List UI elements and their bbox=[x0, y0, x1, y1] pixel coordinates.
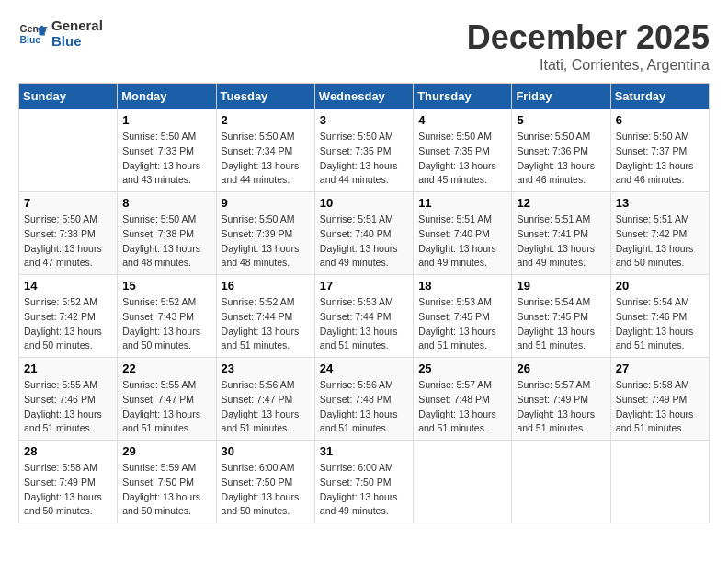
header-saturday: Saturday bbox=[610, 84, 709, 109]
day-info: Sunrise: 6:00 AMSunset: 7:50 PMDaylight:… bbox=[222, 461, 310, 519]
day-info: Sunrise: 5:58 AMSunset: 7:49 PMDaylight:… bbox=[24, 461, 112, 519]
calendar-week-2: 7Sunrise: 5:50 AMSunset: 7:38 PMDaylight… bbox=[19, 192, 710, 275]
calendar-cell: 1Sunrise: 5:50 AMSunset: 7:33 PMDaylight… bbox=[118, 109, 216, 192]
calendar-cell bbox=[610, 441, 709, 523]
day-info: Sunrise: 5:52 AMSunset: 7:42 PMDaylight:… bbox=[24, 295, 112, 353]
calendar-cell: 16Sunrise: 5:52 AMSunset: 7:44 PMDayligh… bbox=[216, 275, 314, 358]
day-info: Sunrise: 5:50 AMSunset: 7:34 PMDaylight:… bbox=[222, 130, 310, 188]
calendar-table: SundayMondayTuesdayWednesdayThursdayFrid… bbox=[18, 83, 710, 523]
calendar-week-3: 14Sunrise: 5:52 AMSunset: 7:42 PMDayligh… bbox=[19, 275, 710, 358]
day-number: 30 bbox=[222, 444, 310, 458]
day-number: 1 bbox=[122, 113, 210, 127]
calendar-cell: 28Sunrise: 5:58 AMSunset: 7:49 PMDayligh… bbox=[19, 441, 118, 523]
calendar-cell: 10Sunrise: 5:51 AMSunset: 7:40 PMDayligh… bbox=[314, 192, 413, 275]
calendar-week-4: 21Sunrise: 5:55 AMSunset: 7:46 PMDayligh… bbox=[19, 358, 710, 441]
calendar-cell: 17Sunrise: 5:53 AMSunset: 7:44 PMDayligh… bbox=[314, 275, 413, 358]
day-number: 16 bbox=[222, 279, 310, 293]
calendar-cell: 22Sunrise: 5:55 AMSunset: 7:47 PMDayligh… bbox=[118, 358, 216, 441]
day-info: Sunrise: 5:54 AMSunset: 7:46 PMDaylight:… bbox=[616, 295, 704, 353]
title-area: December 2025 Itati, Corrientes, Argenti… bbox=[467, 18, 710, 74]
calendar-cell: 26Sunrise: 5:57 AMSunset: 7:49 PMDayligh… bbox=[512, 358, 610, 441]
day-number: 13 bbox=[616, 196, 704, 210]
day-number: 21 bbox=[24, 362, 112, 375]
day-info: Sunrise: 5:50 AMSunset: 7:37 PMDaylight:… bbox=[616, 130, 704, 188]
day-info: Sunrise: 5:54 AMSunset: 7:45 PMDaylight:… bbox=[517, 295, 605, 353]
calendar-cell: 12Sunrise: 5:51 AMSunset: 7:41 PMDayligh… bbox=[512, 192, 610, 275]
day-info: Sunrise: 5:50 AMSunset: 7:39 PMDaylight:… bbox=[222, 213, 310, 270]
calendar-cell: 20Sunrise: 5:54 AMSunset: 7:46 PMDayligh… bbox=[610, 275, 709, 358]
day-number: 2 bbox=[222, 113, 310, 127]
day-number: 20 bbox=[616, 279, 704, 293]
calendar-cell bbox=[512, 441, 610, 523]
day-number: 12 bbox=[517, 196, 605, 210]
day-number: 19 bbox=[517, 279, 605, 293]
day-info: Sunrise: 5:52 AMSunset: 7:43 PMDaylight:… bbox=[122, 295, 210, 353]
day-number: 18 bbox=[418, 279, 506, 293]
day-info: Sunrise: 5:50 AMSunset: 7:38 PMDaylight:… bbox=[24, 213, 112, 270]
day-info: Sunrise: 5:56 AMSunset: 7:48 PMDaylight:… bbox=[320, 378, 408, 436]
day-number: 15 bbox=[122, 279, 210, 293]
day-info: Sunrise: 5:51 AMSunset: 7:40 PMDaylight:… bbox=[320, 213, 408, 270]
day-info: Sunrise: 5:59 AMSunset: 7:50 PMDaylight:… bbox=[122, 461, 210, 519]
calendar-cell: 27Sunrise: 5:58 AMSunset: 7:49 PMDayligh… bbox=[610, 358, 709, 441]
calendar-cell: 30Sunrise: 6:00 AMSunset: 7:50 PMDayligh… bbox=[216, 441, 314, 523]
day-number: 14 bbox=[24, 279, 112, 293]
calendar-header-row: SundayMondayTuesdayWednesdayThursdayFrid… bbox=[19, 84, 710, 109]
calendar-cell: 7Sunrise: 5:50 AMSunset: 7:38 PMDaylight… bbox=[19, 192, 118, 275]
calendar-cell: 24Sunrise: 5:56 AMSunset: 7:48 PMDayligh… bbox=[314, 358, 413, 441]
header-monday: Monday bbox=[118, 84, 216, 109]
day-info: Sunrise: 5:57 AMSunset: 7:49 PMDaylight:… bbox=[517, 378, 605, 436]
day-number: 28 bbox=[24, 444, 112, 458]
day-info: Sunrise: 5:52 AMSunset: 7:44 PMDaylight:… bbox=[222, 295, 310, 353]
calendar-cell: 11Sunrise: 5:51 AMSunset: 7:40 PMDayligh… bbox=[414, 192, 512, 275]
calendar-cell: 4Sunrise: 5:50 AMSunset: 7:35 PMDaylight… bbox=[414, 109, 512, 192]
day-number: 3 bbox=[320, 113, 408, 127]
day-info: Sunrise: 5:50 AMSunset: 7:36 PMDaylight:… bbox=[517, 130, 605, 188]
calendar-week-5: 28Sunrise: 5:58 AMSunset: 7:49 PMDayligh… bbox=[19, 441, 710, 523]
day-number: 9 bbox=[222, 196, 310, 210]
day-info: Sunrise: 5:50 AMSunset: 7:35 PMDaylight:… bbox=[320, 130, 408, 188]
day-info: Sunrise: 6:00 AMSunset: 7:50 PMDaylight:… bbox=[320, 461, 408, 519]
calendar-cell: 29Sunrise: 5:59 AMSunset: 7:50 PMDayligh… bbox=[118, 441, 216, 523]
header-friday: Friday bbox=[512, 84, 610, 109]
calendar-week-1: 1Sunrise: 5:50 AMSunset: 7:33 PMDaylight… bbox=[19, 109, 710, 192]
svg-text:Blue: Blue bbox=[20, 34, 41, 44]
calendar-cell: 19Sunrise: 5:54 AMSunset: 7:45 PMDayligh… bbox=[512, 275, 610, 358]
calendar-cell: 25Sunrise: 5:57 AMSunset: 7:48 PMDayligh… bbox=[414, 358, 512, 441]
calendar-cell: 21Sunrise: 5:55 AMSunset: 7:46 PMDayligh… bbox=[19, 358, 118, 441]
day-number: 31 bbox=[320, 444, 408, 458]
day-info: Sunrise: 5:55 AMSunset: 7:47 PMDaylight:… bbox=[122, 378, 210, 436]
day-info: Sunrise: 5:51 AMSunset: 7:40 PMDaylight:… bbox=[418, 213, 506, 270]
day-info: Sunrise: 5:51 AMSunset: 7:42 PMDaylight:… bbox=[616, 213, 704, 270]
day-number: 22 bbox=[122, 362, 210, 375]
day-number: 25 bbox=[418, 362, 506, 375]
day-number: 5 bbox=[517, 113, 605, 127]
calendar-cell: 15Sunrise: 5:52 AMSunset: 7:43 PMDayligh… bbox=[118, 275, 216, 358]
header-thursday: Thursday bbox=[414, 84, 512, 109]
day-number: 23 bbox=[222, 362, 310, 375]
page-subtitle: Itati, Corrientes, Argentina bbox=[467, 57, 710, 74]
day-number: 27 bbox=[616, 362, 704, 375]
calendar-cell: 2Sunrise: 5:50 AMSunset: 7:34 PMDaylight… bbox=[216, 109, 314, 192]
day-number: 8 bbox=[122, 196, 210, 210]
calendar-cell: 5Sunrise: 5:50 AMSunset: 7:36 PMDaylight… bbox=[512, 109, 610, 192]
header: General Blue General Blue December 2025 … bbox=[18, 18, 710, 74]
calendar-cell: 9Sunrise: 5:50 AMSunset: 7:39 PMDaylight… bbox=[216, 192, 314, 275]
calendar-cell bbox=[19, 109, 118, 192]
day-info: Sunrise: 5:55 AMSunset: 7:46 PMDaylight:… bbox=[24, 378, 112, 436]
calendar-cell: 3Sunrise: 5:50 AMSunset: 7:35 PMDaylight… bbox=[314, 109, 413, 192]
day-number: 26 bbox=[517, 362, 605, 375]
logo-icon: General Blue bbox=[18, 19, 48, 49]
day-number: 29 bbox=[122, 444, 210, 458]
logo-general: General bbox=[51, 18, 103, 34]
calendar-cell bbox=[414, 441, 512, 523]
calendar-cell: 31Sunrise: 6:00 AMSunset: 7:50 PMDayligh… bbox=[314, 441, 413, 523]
calendar-cell: 23Sunrise: 5:56 AMSunset: 7:47 PMDayligh… bbox=[216, 358, 314, 441]
day-number: 24 bbox=[320, 362, 408, 375]
day-number: 10 bbox=[320, 196, 408, 210]
day-info: Sunrise: 5:53 AMSunset: 7:44 PMDaylight:… bbox=[320, 295, 408, 353]
day-number: 6 bbox=[616, 113, 704, 127]
day-info: Sunrise: 5:56 AMSunset: 7:47 PMDaylight:… bbox=[222, 378, 310, 436]
day-info: Sunrise: 5:51 AMSunset: 7:41 PMDaylight:… bbox=[517, 213, 605, 270]
logo-blue: Blue bbox=[51, 34, 103, 50]
